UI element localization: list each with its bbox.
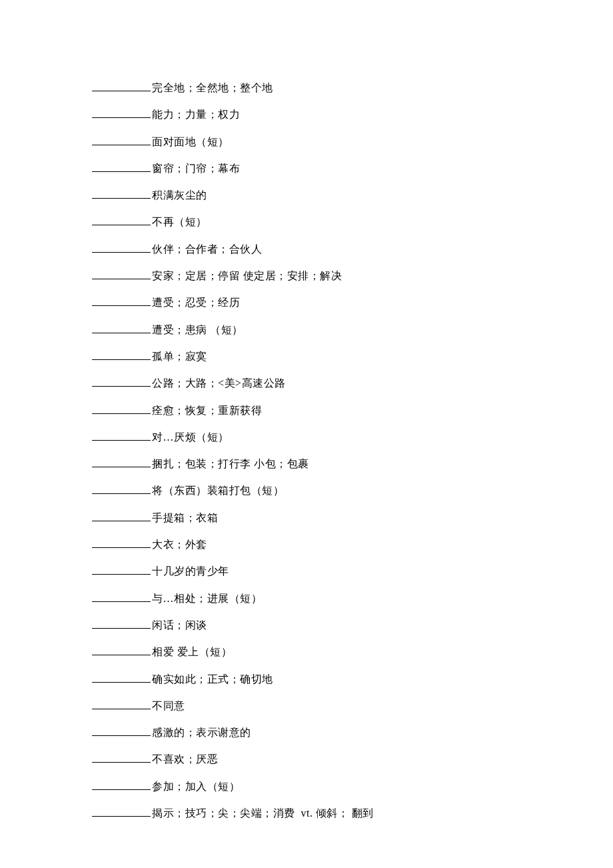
definition-text: 十几岁的青少年 bbox=[152, 558, 229, 585]
answer-blank[interactable] bbox=[92, 643, 151, 655]
vocab-line: 参加；加入（短） bbox=[92, 773, 613, 800]
answer-blank[interactable] bbox=[92, 213, 151, 225]
vocab-line: 积满灰尘的 bbox=[92, 182, 613, 209]
vocab-line: 捆扎；包装；打行李 小包；包裹 bbox=[92, 451, 613, 477]
definition-text: 将（东西）装箱打包（短） bbox=[152, 477, 284, 504]
vocab-line: 将（东西）装箱打包（短） bbox=[92, 477, 613, 504]
answer-blank[interactable] bbox=[92, 294, 151, 306]
answer-blank[interactable] bbox=[92, 751, 151, 763]
answer-blank[interactable] bbox=[92, 348, 151, 360]
vocab-line: 痊愈；恢复；重新获得 bbox=[92, 397, 613, 424]
vocab-line: 安家；定居；停留 使定居；安排；解决 bbox=[92, 263, 613, 289]
definition-text: 遭受；忍受；经历 bbox=[152, 289, 240, 316]
answer-blank[interactable] bbox=[92, 563, 151, 575]
answer-blank[interactable] bbox=[92, 482, 151, 494]
definition-text: 捆扎；包装；打行李 小包；包裹 bbox=[152, 451, 309, 477]
answer-blank[interactable] bbox=[92, 778, 151, 790]
definition-text: 不再（短） bbox=[152, 209, 207, 235]
definition-text: 痊愈；恢复；重新获得 bbox=[152, 397, 262, 424]
definition-text: 安家；定居；停留 使定居；安排；解决 bbox=[152, 263, 342, 289]
vocab-line: 不再（短） bbox=[92, 209, 613, 235]
definition-text: 不同意 bbox=[152, 693, 185, 719]
vocab-line: 不同意 bbox=[92, 693, 613, 719]
definition-text: 感激的；表示谢意的 bbox=[152, 719, 251, 746]
answer-blank[interactable] bbox=[92, 536, 151, 548]
vocab-line: 完全地；全然地；整个地 bbox=[92, 75, 613, 101]
definition-text: 确实如此；正式；确切地 bbox=[152, 666, 273, 693]
definition-text: 完全地；全然地；整个地 bbox=[152, 75, 273, 101]
vocab-line: 相爱 爱上（短） bbox=[92, 639, 613, 665]
definition-text: 孤单；寂寞 bbox=[152, 343, 207, 370]
answer-blank[interactable] bbox=[92, 79, 151, 91]
answer-blank[interactable] bbox=[92, 724, 151, 736]
vocab-line: 伙伴；合作者；合伙人 bbox=[92, 236, 613, 263]
vocab-line: 揭示；技巧；尖；尖端；消费 vt. 倾斜； 翻到 bbox=[92, 800, 613, 827]
definition-text: 相爱 爱上（短） bbox=[152, 639, 232, 665]
vocab-line: 大衣；外套 bbox=[92, 531, 613, 558]
definition-text: 不喜欢；厌恶 bbox=[152, 746, 218, 773]
vocab-line: 遭受；患病 （短） bbox=[92, 317, 613, 343]
definition-text: 积满灰尘的 bbox=[152, 182, 207, 209]
answer-blank[interactable] bbox=[92, 402, 151, 414]
definition-text: 遭受；患病 （短） bbox=[152, 317, 243, 343]
definition-text: 揭示；技巧；尖；尖端；消费 vt. 倾斜； 翻到 bbox=[152, 800, 374, 827]
vocab-line: 遭受；忍受；经历 bbox=[92, 289, 613, 316]
vocab-line: 能力；力量；权力 bbox=[92, 101, 613, 128]
definition-text: 窗帘；门帘；幕布 bbox=[152, 155, 240, 182]
definition-text: 面对面地（短） bbox=[152, 129, 229, 155]
answer-blank[interactable] bbox=[92, 106, 151, 118]
answer-blank[interactable] bbox=[92, 509, 151, 521]
vocab-line: 对…厌烦（短） bbox=[92, 424, 613, 451]
vocab-line: 闲话；闲谈 bbox=[92, 612, 613, 639]
vocab-line: 窗帘；门帘；幕布 bbox=[92, 155, 613, 182]
definition-text: 与…相处；进展（短） bbox=[152, 585, 262, 612]
vocab-line: 感激的；表示谢意的 bbox=[92, 719, 613, 746]
definition-text: 参加；加入（短） bbox=[152, 773, 240, 800]
vocab-line: 面对面地（短） bbox=[92, 129, 613, 155]
vocab-line: 十几岁的青少年 bbox=[92, 558, 613, 585]
definition-text: 能力；力量；权力 bbox=[152, 101, 240, 128]
definition-text: 对…厌烦（短） bbox=[152, 424, 229, 451]
definition-text: 伙伴；合作者；合伙人 bbox=[152, 236, 262, 263]
vocab-line: 公路；大路；<美>高速公路 bbox=[92, 370, 613, 397]
answer-blank[interactable] bbox=[92, 241, 151, 253]
answer-blank[interactable] bbox=[92, 671, 151, 683]
definition-text: 公路；大路；<美>高速公路 bbox=[152, 370, 286, 397]
definition-text: 手提箱；衣箱 bbox=[152, 505, 218, 531]
vocab-line: 不喜欢；厌恶 bbox=[92, 746, 613, 773]
vocab-line: 与…相处；进展（短） bbox=[92, 585, 613, 612]
definition-text: 闲话；闲谈 bbox=[152, 612, 207, 639]
definition-text: 大衣；外套 bbox=[152, 531, 207, 558]
answer-blank[interactable] bbox=[92, 590, 151, 602]
answer-blank[interactable] bbox=[92, 267, 151, 279]
vocab-line: 确实如此；正式；确切地 bbox=[92, 666, 613, 693]
answer-blank[interactable] bbox=[92, 321, 151, 333]
answer-blank[interactable] bbox=[92, 697, 151, 709]
answer-blank[interactable] bbox=[92, 429, 151, 441]
vocab-line: 手提箱；衣箱 bbox=[92, 505, 613, 531]
answer-blank[interactable] bbox=[92, 617, 151, 629]
answer-blank[interactable] bbox=[92, 160, 151, 172]
answer-blank[interactable] bbox=[92, 805, 151, 817]
answer-blank[interactable] bbox=[92, 455, 151, 467]
answer-blank[interactable] bbox=[92, 375, 151, 387]
vocabulary-list: 完全地；全然地；整个地能力；力量；权力面对面地（短）窗帘；门帘；幕布积满灰尘的不… bbox=[92, 75, 613, 827]
vocab-line: 孤单；寂寞 bbox=[92, 343, 613, 370]
answer-blank[interactable] bbox=[92, 187, 151, 199]
answer-blank[interactable] bbox=[92, 133, 151, 145]
